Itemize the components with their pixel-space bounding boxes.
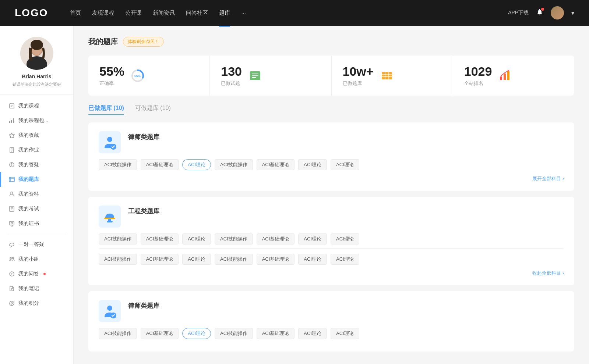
tag-item[interactable]: ACI理论	[298, 159, 327, 170]
sidebar-item-qbank[interactable]: 我的题库	[0, 172, 73, 187]
expand-link-2[interactable]: 收起全部科目 ›	[99, 268, 564, 276]
sidebar-item-exam[interactable]: 我的考试	[0, 201, 73, 216]
qbank-tags-2a: ACI技能操作 ACI基础理论 ACI理论 ACI技能操作 ACI基础理论 AC…	[99, 233, 564, 245]
svg-rect-54	[504, 74, 506, 80]
stat-banks-value: 10w+	[343, 64, 374, 79]
svg-marker-11	[9, 133, 14, 138]
svg-point-4	[31, 40, 43, 50]
svg-point-56	[508, 70, 509, 71]
svg-point-28	[11, 222, 13, 224]
nav-right: APP下载 ▾	[508, 6, 574, 19]
qbank-title-3: 律师类题库	[128, 300, 159, 310]
sidebar-label-points: 我的积分	[18, 300, 39, 307]
sidebar-item-course[interactable]: 我的课程	[0, 99, 73, 113]
tag-item[interactable]: ACI基础理论	[257, 233, 295, 245]
nav-home[interactable]: 首页	[70, 8, 81, 18]
tag-item-active[interactable]: ACI理论	[182, 328, 211, 339]
sidebar-item-1on1[interactable]: 一对一答疑	[0, 237, 73, 252]
sidebar-item-myqa[interactable]: ? 我的问答	[0, 267, 73, 281]
svg-point-33	[12, 257, 14, 259]
tag-item[interactable]: ACI技能操作	[215, 233, 253, 245]
tag-item[interactable]: ACI理论	[331, 254, 359, 265]
sidebar-item-favorites[interactable]: 我的收藏	[0, 128, 73, 143]
qbank-tags-3: ACI技能操作 ACI基础理论 ACI理论 ACI技能操作 ACI基础理论 AC…	[99, 328, 564, 339]
tag-item[interactable]: ACI技能操作	[99, 328, 137, 339]
sidebar-item-group[interactable]: 我的小组	[0, 252, 73, 267]
stat-done-label: 已做试题	[221, 80, 242, 87]
tab-done-banks[interactable]: 已做题库 (10)	[88, 104, 124, 115]
sidebar-profile: Brian Harris 错误的决定比没有决定要好	[0, 37, 73, 95]
qbank-card-lawyer-2: 律师类题库 ACI技能操作 ACI基础理论 ACI理论 ACI技能操作 ACI基…	[88, 291, 574, 351]
tag-item[interactable]: ACI技能操作	[99, 159, 137, 170]
lawyer-icon-1	[99, 131, 121, 153]
sidebar-item-profile[interactable]: 我的资料	[0, 187, 73, 201]
svg-rect-55	[507, 71, 509, 80]
stat-done-icon	[248, 68, 262, 83]
stat-rank-value: 1029	[464, 64, 492, 79]
sidebar-label-homework: 我的作业	[18, 147, 39, 153]
app-download-button[interactable]: APP下载	[508, 10, 529, 16]
tag-item[interactable]: ACI理论	[298, 328, 327, 339]
sidebar-label-course: 我的课程	[18, 103, 39, 109]
svg-rect-19	[9, 177, 14, 182]
tag-item[interactable]: ACI基础理论	[141, 233, 179, 245]
nav-qa[interactable]: 问答社区	[186, 8, 208, 18]
tag-item[interactable]: ACI基础理论	[257, 159, 295, 170]
nav-discover[interactable]: 发现课程	[92, 8, 114, 18]
tabs-row: 已做题库 (10) 可做题库 (10)	[88, 104, 574, 115]
profile-avatar	[20, 37, 53, 70]
user-avatar[interactable]	[551, 6, 564, 19]
tag-item[interactable]: ACI基础理论	[257, 254, 295, 265]
sidebar-menu: 我的课程 我的课程包... 我的收藏 我的作业 我的答疑 我的题库	[0, 99, 73, 311]
tag-item[interactable]: ACI理论	[331, 159, 359, 170]
tag-item[interactable]: ACI理论	[182, 254, 211, 265]
sidebar-item-notes[interactable]: 我的笔记	[0, 281, 73, 296]
tag-item[interactable]: ACI理论	[298, 233, 327, 245]
svg-text:?: ?	[11, 272, 13, 276]
sidebar-item-homework[interactable]: 我的作业	[0, 143, 73, 157]
profile-motto: 错误的决定比没有决定要好	[13, 82, 61, 87]
nav-opencourse[interactable]: 公开课	[125, 8, 142, 18]
tag-item[interactable]: ACI技能操作	[215, 254, 253, 265]
sidebar-label-qbank: 我的题库	[18, 176, 39, 183]
tag-item[interactable]: ACI技能操作	[99, 233, 137, 245]
expand-link-1[interactable]: 展开全部科目 ›	[99, 174, 564, 182]
stat-done-questions: 130 已做试题	[210, 56, 331, 96]
tag-item[interactable]: ACI理论	[182, 233, 211, 245]
svg-rect-9	[11, 120, 12, 123]
tag-item[interactable]: ACI基础理论	[257, 328, 295, 339]
stat-done-value: 130	[221, 64, 242, 79]
tag-item-active[interactable]: ACI理论	[182, 159, 211, 170]
svg-point-32	[10, 257, 11, 259]
tag-item[interactable]: ACI理论	[331, 328, 359, 339]
tab-available-banks[interactable]: 可做题库 (10)	[135, 104, 171, 115]
nav-news[interactable]: 新闻资讯	[153, 8, 175, 18]
tag-item[interactable]: ACI技能操作	[215, 328, 253, 339]
logo[interactable]: LOGO	[15, 7, 48, 19]
tag-item[interactable]: ACI基础理论	[141, 328, 179, 339]
notification-dot	[541, 8, 544, 11]
qbank-tags-1: ACI技能操作 ACI基础理论 ACI理论 ACI技能操作 ACI基础理论 AC…	[99, 159, 564, 170]
tag-item[interactable]: ACI技能操作	[215, 159, 253, 170]
sidebar-item-points[interactable]: 我的积分	[0, 296, 73, 311]
nav-more[interactable]: ···	[241, 8, 246, 18]
notification-bell[interactable]	[536, 8, 543, 17]
nav-qbank[interactable]: 题库	[219, 8, 230, 18]
tag-item[interactable]: ACI基础理论	[141, 159, 179, 170]
user-menu-chevron[interactable]: ▾	[571, 10, 574, 17]
tag-item[interactable]: ACI技能操作	[99, 254, 137, 265]
stat-accuracy-value: 55%	[99, 64, 124, 79]
svg-point-57	[107, 137, 112, 142]
qbank-header-2: 工程类题库	[99, 206, 564, 228]
stat-accuracy-label: 正确率	[99, 80, 124, 87]
qbank-tags-2b: ACI技能操作 ACI基础理论 ACI理论 ACI技能操作 ACI基础理论 AC…	[99, 254, 564, 265]
tag-item[interactable]: ACI理论	[298, 254, 327, 265]
svg-rect-48	[382, 72, 392, 79]
qbank-title-1: 律师类题库	[128, 131, 159, 141]
tag-item[interactable]: ACI基础理论	[141, 254, 179, 265]
svg-rect-27	[10, 221, 14, 225]
sidebar-item-coursepack[interactable]: 我的课程包...	[0, 113, 73, 128]
sidebar-item-answers[interactable]: 我的答疑	[0, 157, 73, 172]
tag-item[interactable]: ACI理论	[331, 233, 359, 245]
sidebar-item-cert[interactable]: 我的证书	[0, 216, 73, 231]
